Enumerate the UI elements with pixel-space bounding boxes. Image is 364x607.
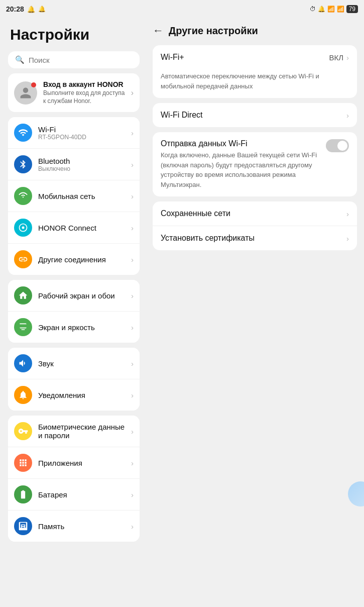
toggle-knob bbox=[337, 141, 347, 151]
wifi-plus-row[interactable]: Wi-Fi+ ВКЛ › bbox=[153, 45, 357, 69]
honor-connect-label: HONOR Connect bbox=[38, 224, 125, 232]
saved-networks-row[interactable]: Сохраненные сети › bbox=[153, 201, 357, 226]
sidebar-item-apps[interactable]: Приложения › bbox=[8, 447, 140, 478]
wifi-plus-chevron: › bbox=[346, 53, 349, 62]
biometric-icon bbox=[14, 422, 32, 440]
notifications-icon bbox=[14, 386, 32, 404]
apps-icon bbox=[14, 454, 32, 472]
sound-icon bbox=[14, 354, 32, 372]
wifi-direct-row[interactable]: Wi-Fi Direct › bbox=[153, 103, 357, 127]
status-left: 20:28 🔔 🔔 bbox=[6, 5, 46, 13]
memory-label: Память bbox=[38, 522, 125, 531]
home-screen-label: Рабочий экран и обои bbox=[38, 291, 125, 300]
system-card: Биометрические данные и пароли › Приложе… bbox=[8, 416, 140, 542]
honor-connect-icon bbox=[14, 219, 32, 237]
account-card: Вход в аккаунт HONOR Выполните вход для … bbox=[8, 73, 140, 112]
search-bar[interactable]: 🔍 bbox=[8, 51, 140, 68]
notification-dot bbox=[31, 82, 36, 87]
back-button[interactable]: ← bbox=[153, 24, 164, 37]
wifi-plus-value: ВКЛ bbox=[329, 53, 343, 62]
left-panel: Настройки 🔍 Вход в аккаунт HONOR Выполни… bbox=[0, 18, 146, 607]
bt-chevron: › bbox=[131, 160, 134, 169]
main-layout: Настройки 🔍 Вход в аккаунт HONOR Выполни… bbox=[0, 18, 364, 607]
saved-networks-card: Сохраненные сети › Установить сертификат… bbox=[153, 201, 357, 250]
sidebar-item-notifications[interactable]: Уведомления › bbox=[8, 379, 140, 411]
bluetooth-sublabel: Выключено bbox=[38, 165, 125, 172]
sidebar-item-honor-connect[interactable]: HONOR Connect › bbox=[8, 212, 140, 243]
wifi-sharing-card: Отправка данных Wi-Fi Когда включено, да… bbox=[153, 132, 357, 196]
signal-icon: 📶 bbox=[337, 6, 344, 13]
wifi-plus-label: Wi-Fi+ bbox=[161, 53, 329, 62]
alarm2-icon: 🔔 bbox=[318, 6, 325, 13]
status-bar: 20:28 🔔 🔔 ⏱ 🔔 📶 📶 79 bbox=[0, 0, 364, 18]
mobile-label: Мобильная сеть bbox=[38, 192, 125, 200]
bluetooth-icon bbox=[14, 155, 32, 173]
search-input[interactable] bbox=[29, 56, 133, 64]
sound-label: Звук bbox=[38, 359, 125, 368]
mobile-chevron: › bbox=[131, 192, 134, 200]
bio-chevron: › bbox=[131, 427, 134, 436]
wifi-direct-label: Wi-Fi Direct bbox=[161, 111, 346, 120]
home-chevron: › bbox=[131, 291, 134, 300]
account-chevron: › bbox=[131, 88, 134, 97]
other-connections-icon bbox=[14, 250, 32, 268]
wifi-status-icon: 📶 bbox=[327, 6, 335, 13]
status-right: ⏱ 🔔 📶 📶 79 bbox=[310, 5, 358, 13]
timer-icon: ⏱ bbox=[310, 6, 316, 13]
memory-icon bbox=[14, 517, 32, 535]
sound-notif-card: Звук › Уведомления › bbox=[8, 348, 140, 411]
battery-status: 79 bbox=[346, 5, 358, 13]
screen-chevron: › bbox=[131, 323, 134, 332]
wifi-sharing-toggle[interactable] bbox=[326, 139, 349, 152]
notification-icon: 🔔 bbox=[38, 6, 46, 13]
alarm-icon: 🔔 bbox=[27, 6, 35, 13]
wifi-plus-card: Wi-Fi+ ВКЛ › Автоматическое переключение… bbox=[153, 45, 357, 98]
install-certs-chevron: › bbox=[346, 234, 349, 243]
sidebar-item-sound[interactable]: Звук › bbox=[8, 348, 140, 379]
account-row[interactable]: Вход в аккаунт HONOR Выполните вход для … bbox=[8, 73, 140, 112]
saved-networks-label: Сохраненные сети bbox=[161, 209, 346, 218]
connectivity-card: Wi-Fi RT-5GPON-40DD › Bluetooth Выключен… bbox=[8, 117, 140, 275]
honor-chevron: › bbox=[131, 224, 134, 232]
wifi-direct-card: Wi-Fi Direct › bbox=[153, 103, 357, 127]
wifi-icon bbox=[14, 124, 32, 142]
sidebar-item-home-screen[interactable]: Рабочий экран и обои › bbox=[8, 280, 140, 311]
biometric-label: Биометрические данные и пароли bbox=[38, 423, 125, 440]
memory-chevron: › bbox=[131, 522, 134, 531]
floating-hint bbox=[348, 481, 364, 507]
sound-chevron: › bbox=[131, 359, 134, 368]
mobile-icon bbox=[14, 187, 32, 205]
battery-chevron: › bbox=[131, 490, 134, 499]
status-time: 20:28 bbox=[6, 5, 24, 13]
wifi-label: Wi-Fi bbox=[38, 125, 125, 134]
sidebar-item-bluetooth[interactable]: Bluetooth Выключено › bbox=[8, 148, 140, 180]
notif-chevron: › bbox=[131, 391, 134, 399]
notifications-label: Уведомления bbox=[38, 391, 125, 399]
screen-icon bbox=[14, 318, 32, 336]
sidebar-item-mobile[interactable]: Мобильная сеть › bbox=[8, 180, 140, 212]
wifi-sublabel: RT-5GPON-40DD bbox=[38, 134, 125, 141]
sidebar-item-screen-brightness[interactable]: Экран и яркость › bbox=[8, 311, 140, 343]
apps-chevron: › bbox=[131, 459, 134, 467]
wifi-chevron: › bbox=[131, 129, 134, 137]
display-card: Рабочий экран и обои › Экран и яркость › bbox=[8, 280, 140, 343]
right-panel: ← Другие настройки Wi-Fi+ ВКЛ › Автомати… bbox=[146, 18, 364, 607]
right-panel-title: Другие настройки bbox=[169, 25, 258, 37]
wifi-direct-chevron: › bbox=[346, 111, 349, 120]
battery-label: Батарея bbox=[38, 490, 125, 499]
account-name: Вход в аккаунт HONOR bbox=[43, 80, 125, 88]
sidebar-item-biometric[interactable]: Биометрические данные и пароли › bbox=[8, 416, 140, 447]
other-chevron: › bbox=[131, 255, 134, 264]
sidebar-item-memory[interactable]: Память › bbox=[8, 510, 140, 542]
sidebar-item-other-connections[interactable]: Другие соединения › bbox=[8, 243, 140, 275]
wifi-plus-description: Автоматическое переключение между сетью … bbox=[153, 69, 357, 98]
wifi-sharing-row: Отправка данных Wi-Fi Когда включено, да… bbox=[153, 132, 357, 196]
avatar bbox=[14, 81, 37, 105]
sidebar-item-battery[interactable]: Батарея › bbox=[8, 478, 140, 510]
svg-point-0 bbox=[22, 227, 25, 229]
other-connections-label: Другие соединения bbox=[38, 255, 125, 264]
install-certs-row[interactable]: Установить сертификаты › bbox=[153, 226, 357, 250]
sidebar-item-wifi[interactable]: Wi-Fi RT-5GPON-40DD › bbox=[8, 117, 140, 148]
install-certs-label: Установить сертификаты bbox=[161, 234, 346, 243]
bluetooth-label: Bluetooth bbox=[38, 157, 125, 165]
